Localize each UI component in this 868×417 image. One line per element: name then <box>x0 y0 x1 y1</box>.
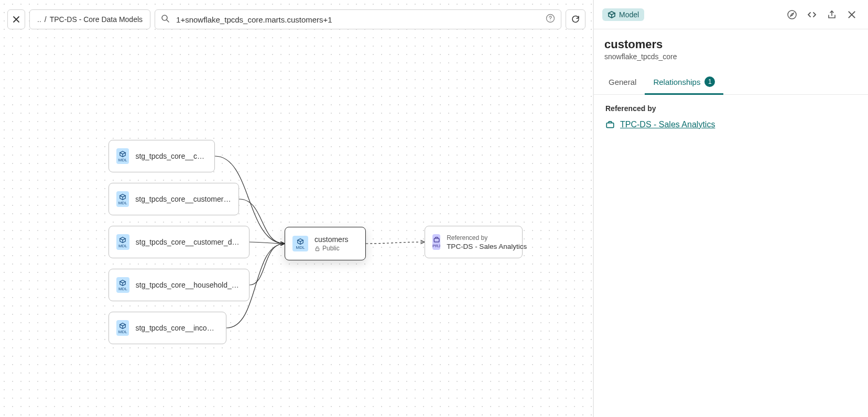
code-button[interactable] <box>804 7 820 23</box>
entity-type-pill: Model <box>602 8 644 21</box>
project-badge: PRJ <box>432 234 440 250</box>
node-label: stg_tpcds_core__customer <box>135 152 207 160</box>
close-icon <box>847 10 856 19</box>
search-container <box>155 9 561 29</box>
node-label: stg_tpcds_core__customer_demogra… <box>136 238 242 246</box>
svg-rect-6 <box>606 123 614 128</box>
node-meta: Referenced by <box>447 234 527 242</box>
lineage-canvas[interactable]: .. / TPC-DS - Core Data Models <box>0 0 593 417</box>
node-label: stg_tpcds_core__customer_address <box>135 195 231 203</box>
code-icon <box>807 9 817 20</box>
node-label: customers <box>314 235 349 244</box>
referenced-by-section: Referenced by TPC-DS - Sales Analytics <box>594 95 868 139</box>
model-badge: MDL <box>116 277 129 293</box>
tab-general[interactable]: General <box>600 71 645 95</box>
breadcrumb-prefix: .. <box>37 15 41 24</box>
node-upstream-3[interactable]: MDL stg_tpcds_core__household_demogr… <box>108 269 249 301</box>
node-label: stg_tpcds_core__household_demogr… <box>136 281 242 289</box>
breadcrumb-sep: / <box>45 15 47 24</box>
model-badge: MDL <box>116 234 129 250</box>
model-badge: MDL <box>116 148 129 164</box>
node-downstream-project[interactable]: PRJ Referenced by TPC-DS - Sales Analyti… <box>425 226 523 258</box>
panel-tabs: General Relationships 1 <box>594 71 868 95</box>
node-visibility: Public <box>314 245 349 252</box>
breadcrumb-current: TPC-DS - Core Data Models <box>50 15 143 24</box>
refresh-icon <box>571 15 580 24</box>
share-button[interactable] <box>824 7 840 23</box>
node-upstream-0[interactable]: MDL stg_tpcds_core__customer <box>108 140 215 172</box>
node-label: stg_tpcds_core__income_band <box>135 324 219 332</box>
close-button[interactable] <box>7 9 25 29</box>
close-panel-button[interactable] <box>844 7 860 23</box>
unlock-icon <box>314 246 320 251</box>
model-badge: MDL <box>116 320 129 336</box>
canvas-dots <box>0 0 593 417</box>
svg-point-2 <box>550 20 550 20</box>
node-label: TPC-DS - Sales Analytics <box>447 243 527 250</box>
node-upstream-2[interactable]: MDL stg_tpcds_core__customer_demogra… <box>108 226 249 258</box>
section-heading: Referenced by <box>605 104 856 113</box>
share-icon <box>827 9 837 20</box>
model-badge: MDL <box>292 236 308 251</box>
node-selected-customers[interactable]: MDL customers Public <box>285 227 366 260</box>
search-help-icon[interactable] <box>546 14 555 25</box>
tab-relationships[interactable]: Relationships 1 <box>645 71 723 95</box>
compass-button[interactable] <box>784 7 800 23</box>
breadcrumb[interactable]: .. / TPC-DS - Core Data Models <box>29 9 150 29</box>
top-toolbar: .. / TPC-DS - Core Data Models <box>7 9 585 29</box>
svg-rect-3 <box>316 248 319 250</box>
briefcase-icon <box>605 120 615 129</box>
close-icon <box>12 15 20 24</box>
panel-title: customers <box>604 38 858 51</box>
search-icon <box>161 14 169 25</box>
node-upstream-1[interactable]: MDL stg_tpcds_core__customer_address <box>108 183 239 215</box>
panel-title-block: customers snowflake_tpcds_core <box>594 29 868 64</box>
svg-rect-4 <box>434 238 439 242</box>
panel-subtitle: snowflake_tpcds_core <box>604 52 858 61</box>
referenced-by-link[interactable]: TPC-DS - Sales Analytics <box>605 120 856 129</box>
model-badge: MDL <box>116 191 129 207</box>
refresh-button[interactable] <box>566 9 585 29</box>
compass-icon <box>787 9 797 20</box>
svg-point-5 <box>788 10 796 19</box>
details-panel: Model customers snowflake_tpcds_core Gen… <box>593 0 868 417</box>
cube-icon <box>607 10 616 19</box>
panel-header: Model <box>594 0 868 29</box>
search-input[interactable] <box>155 9 561 29</box>
relationships-count: 1 <box>704 76 715 87</box>
node-upstream-4[interactable]: MDL stg_tpcds_core__income_band <box>108 312 226 344</box>
